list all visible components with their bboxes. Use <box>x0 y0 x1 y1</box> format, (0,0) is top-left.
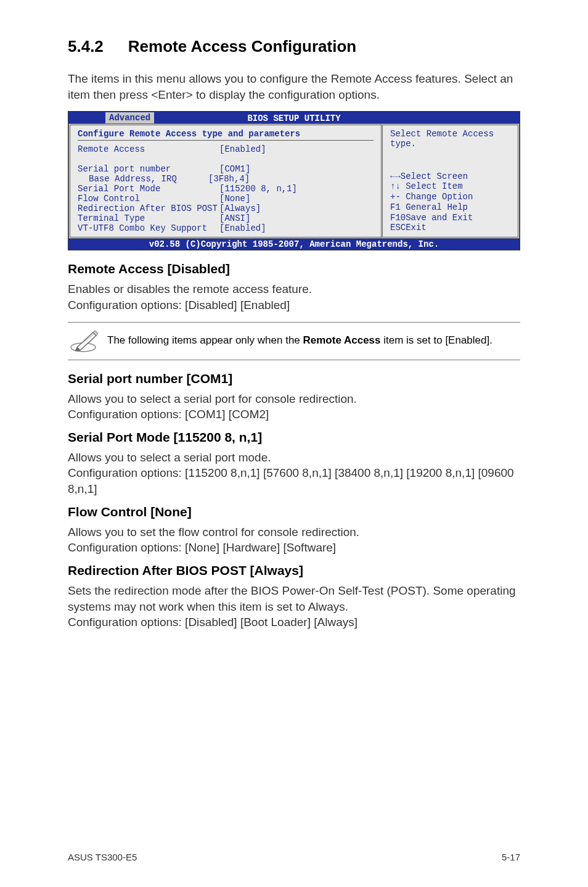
bios-tab-advanced[interactable]: Advanced <box>105 112 154 123</box>
bios-setting-value[interactable]: [None] <box>219 194 250 204</box>
page-footer: ASUS TS300-E5 5-17 <box>68 837 520 862</box>
bios-left-pane: Configure Remote Access type and paramet… <box>68 123 381 239</box>
bios-setting-value[interactable]: [3F8h,4] <box>208 174 250 184</box>
footer-page-number: 5-17 <box>502 852 520 862</box>
subsection-serial-port-number: Serial port number [COM1] <box>68 371 520 386</box>
bios-setting-label: Serial Port Mode <box>78 184 219 194</box>
bios-right-pane: Select Remote Access type. ←→Select Scre… <box>381 123 520 239</box>
bios-setting-row[interactable]: Flow Control[None] <box>78 194 374 204</box>
bios-setting-label: VT-UTF8 Combo Key Support <box>78 223 219 233</box>
bios-setting-label: Base Address, IRQ <box>78 174 208 184</box>
intro-paragraph: The items in this menu allows you to con… <box>68 71 520 102</box>
bios-setting-value[interactable]: [Always] <box>219 204 261 213</box>
subsection-body: Sets the redirection mode after the BIOS… <box>68 583 520 630</box>
bios-setting-row[interactable]: Base Address, IRQ[3F8h,4] <box>78 174 374 184</box>
subsection-redirection-after-bios-post: Redirection After BIOS POST [Always] <box>68 563 520 578</box>
bios-nav-help: ←→Select Screen ↑↓ Select Item +- Change… <box>390 171 510 234</box>
footer-left: ASUS TS300-E5 <box>68 852 137 862</box>
bios-setting-label: Terminal Type <box>78 213 219 223</box>
arrows-lr-icon: ←→ <box>390 171 401 181</box>
remote-access-value[interactable]: [Enabled] <box>219 144 266 154</box>
subsection-serial-port-mode: Serial Port Mode [115200 8, n,1] <box>68 430 520 445</box>
remote-access-label[interactable]: Remote Access <box>78 144 219 154</box>
bios-setting-value[interactable]: [ANSI] <box>219 213 250 223</box>
bios-setup-panel: BIOS SETUP UTILITY Advanced Configure Re… <box>68 111 520 250</box>
bios-help-text: Select Remote Access type. <box>390 129 510 149</box>
bios-setting-row[interactable]: Serial Port Mode[115200 8, n,1] <box>78 184 374 194</box>
subsection-body: Enables or disables the remote access fe… <box>68 281 520 313</box>
note-text: The following items appear only when the… <box>102 334 492 348</box>
bios-setting-value[interactable]: [115200 8, n,1] <box>219 184 297 194</box>
bios-header: BIOS SETUP UTILITY Advanced <box>68 112 520 123</box>
bios-setting-row[interactable]: Terminal Type[ANSI] <box>78 213 374 223</box>
bios-config-heading: Configure Remote Access type and paramet… <box>78 129 300 139</box>
subsection-body: Allows you to set the flow control for c… <box>68 524 520 556</box>
section-heading: 5.4.2Remote Access Configuration <box>68 37 520 56</box>
bios-setting-value[interactable]: [Enabled] <box>219 223 266 233</box>
pencil-note-icon <box>68 329 102 353</box>
note-block: The following items appear only when the… <box>68 322 520 360</box>
bios-footer: v02.58 (C)Copyright 1985-2007, American … <box>68 239 520 250</box>
bios-setting-label: Serial port number <box>78 164 219 174</box>
bios-setting-label: Redirection After BIOS POST <box>78 204 219 213</box>
subsection-body: Allows you to select a serial port for c… <box>68 391 520 423</box>
bios-setting-row[interactable]: VT-UTF8 Combo Key Support[Enabled] <box>78 223 374 233</box>
bios-setting-row[interactable]: Redirection After BIOS POST[Always] <box>78 204 374 213</box>
subsection-body: Allows you to select a serial port mode.… <box>68 450 520 497</box>
section-title: Remote Access Configuration <box>128 37 356 56</box>
bios-title: BIOS SETUP UTILITY <box>247 113 340 123</box>
bios-setting-row[interactable]: Serial port number[COM1] <box>78 164 374 174</box>
subsection-remote-access: Remote Access [Disabled] <box>68 262 520 276</box>
bios-setting-label: Flow Control <box>78 194 219 204</box>
subsection-flow-control: Flow Control [None] <box>68 505 520 519</box>
section-number: 5.4.2 <box>68 37 104 56</box>
bios-setting-value[interactable]: [COM1] <box>219 164 250 174</box>
arrows-ud-icon: ↑↓ <box>390 181 401 191</box>
